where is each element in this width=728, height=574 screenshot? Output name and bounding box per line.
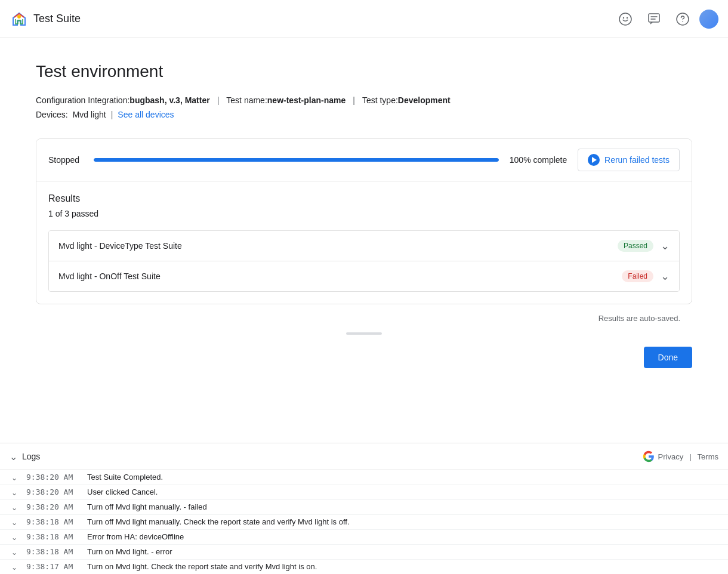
- devices-value: Mvd light: [73, 110, 106, 119]
- chat-icon: [647, 12, 661, 26]
- test-name-1: Mvd light - DeviceType Test Suite: [58, 241, 618, 251]
- log-time: 9:38:17 AM: [26, 562, 80, 571]
- log-time: 9:38:20 AM: [26, 502, 80, 511]
- log-entry: ⌄ 9:38:18 AM Turn on Mvd light. - error: [0, 545, 728, 560]
- log-entry: ⌄ 9:38:20 AM Test Suite Completed.: [0, 470, 728, 485]
- terms-link[interactable]: Terms: [698, 452, 718, 461]
- test-list: Mvd light - DeviceType Test Suite Passed…: [48, 230, 680, 292]
- devices-sep: |: [111, 110, 113, 119]
- see-all-devices-link[interactable]: See all devices: [118, 110, 174, 119]
- log-time: 9:38:18 AM: [26, 532, 80, 541]
- log-time: 9:38:20 AM: [26, 487, 80, 496]
- config-row: Configuration Integration: bugbash, v.3,…: [36, 95, 692, 105]
- svg-point-3: [627, 17, 628, 18]
- drag-handle[interactable]: [346, 332, 382, 335]
- app-name: Test Suite: [33, 13, 81, 25]
- play-icon: [588, 154, 600, 166]
- devices-row: Devices: Mvd light | See all devices: [36, 110, 692, 119]
- log-expand-button[interactable]: ⌄: [10, 487, 19, 497]
- log-expand-button[interactable]: ⌄: [10, 532, 19, 542]
- log-time: 9:38:20 AM: [26, 473, 80, 482]
- logs-title: Logs: [22, 452, 40, 461]
- progress-bar-row: Stopped 100% complete Rerun failed tests: [36, 139, 692, 181]
- help-icon: [675, 12, 690, 26]
- avatar[interactable]: [699, 10, 718, 29]
- feedback-button[interactable]: [613, 7, 637, 31]
- test-row[interactable]: Mvd light - OnOff Test Suite Failed ⌄: [49, 261, 679, 291]
- app-logo[interactable]: Test Suite: [10, 10, 81, 29]
- logs-toggle-button[interactable]: ⌄: [10, 451, 17, 462]
- svg-point-2: [623, 17, 624, 18]
- log-expand-button[interactable]: ⌄: [10, 473, 19, 482]
- log-message: Turn on Mvd light. Check the report stat…: [87, 562, 718, 571]
- svg-point-8: [682, 21, 683, 22]
- app-header: Test Suite: [0, 0, 728, 38]
- test-type-label: Test type:: [362, 95, 398, 105]
- test-name-2: Mvd light - OnOff Test Suite: [58, 271, 622, 281]
- log-expand-button[interactable]: ⌄: [10, 562, 19, 572]
- test-type-value: Development: [398, 95, 451, 105]
- log-entry: ⌄ 9:38:18 AM Turn off Mvd light manually…: [0, 515, 728, 530]
- results-title: Results: [48, 193, 680, 204]
- rerun-label: Rerun failed tests: [604, 155, 670, 165]
- config-sep-1: |: [217, 95, 220, 105]
- results-section: Results 1 of 3 passed Mvd light - Device…: [36, 181, 692, 292]
- google-logo-icon: [643, 450, 655, 462]
- done-button[interactable]: Done: [644, 347, 692, 368]
- play-triangle: [592, 157, 597, 163]
- chat-button[interactable]: [642, 7, 666, 31]
- log-time: 9:38:18 AM: [26, 517, 80, 526]
- logs-right: Privacy | Terms: [643, 450, 718, 462]
- footer-sep: |: [689, 452, 691, 461]
- rerun-failed-tests-button[interactable]: Rerun failed tests: [578, 149, 680, 171]
- header-actions: [613, 7, 718, 31]
- log-message: Turn off Mvd light manually. Check the r…: [87, 517, 718, 526]
- main-content: Test environment Configuration Integrati…: [0, 38, 728, 443]
- test-name-label: Test name:: [226, 95, 267, 105]
- privacy-link[interactable]: Privacy: [658, 452, 684, 461]
- svg-point-1: [619, 13, 631, 25]
- status-badge-failed: Failed: [622, 270, 653, 282]
- log-expand-button[interactable]: ⌄: [10, 517, 19, 527]
- logs-header: ⌄ Logs Privacy | Terms: [0, 443, 728, 470]
- logs-left: ⌄ Logs: [10, 451, 40, 462]
- log-expand-button[interactable]: ⌄: [10, 502, 19, 512]
- progress-percent: 100% complete: [508, 155, 568, 165]
- results-summary: 1 of 3 passed: [48, 209, 680, 218]
- progress-track: [94, 158, 499, 162]
- divider-section: [36, 328, 692, 340]
- status-badge-passed: Passed: [618, 240, 653, 252]
- log-message: Turn off Mvd light manually. - failed: [87, 502, 718, 511]
- svg-point-0: [17, 15, 21, 18]
- log-message: Test Suite Completed.: [87, 473, 718, 482]
- log-entry: ⌄ 9:38:18 AM Error from HA: deviceOfflin…: [0, 530, 728, 545]
- integration-label: Integration:: [88, 95, 129, 105]
- log-entry: ⌄ 9:38:20 AM User clicked Cancel.: [0, 485, 728, 500]
- logo-icon: [10, 10, 29, 29]
- test-name-value: new-test-plan-name: [267, 95, 346, 105]
- chevron-down-icon-1: ⌄: [661, 239, 670, 252]
- progress-fill: [94, 158, 499, 162]
- help-button[interactable]: [671, 7, 695, 31]
- feedback-icon: [618, 12, 633, 26]
- svg-rect-4: [649, 14, 659, 22]
- progress-status: Stopped: [48, 155, 84, 165]
- config-label: Configuration: [36, 95, 85, 105]
- progress-card: Stopped 100% complete Rerun failed tests…: [36, 138, 692, 304]
- config-sep-2: |: [353, 95, 355, 105]
- log-entry: ⌄ 9:38:17 AM Turn on Mvd light. Check th…: [0, 560, 728, 574]
- integration-value: bugbash, v.3, Matter: [129, 95, 209, 105]
- logs-panel: ⌄ Logs Privacy | Terms ⌄ 9:38:20 AM Test…: [0, 443, 728, 574]
- log-message: User clicked Cancel.: [87, 487, 718, 496]
- log-message: Turn on Mvd light. - error: [87, 547, 718, 556]
- chevron-down-icon-2: ⌄: [661, 270, 670, 283]
- auto-saved-text: Results are auto-saved.: [36, 309, 692, 328]
- log-expand-button[interactable]: ⌄: [10, 547, 19, 557]
- log-entry: ⌄ 9:38:20 AM Turn off Mvd light manually…: [0, 500, 728, 515]
- test-row[interactable]: Mvd light - DeviceType Test Suite Passed…: [49, 231, 679, 261]
- log-message: Error from HA: deviceOffline: [87, 532, 718, 541]
- devices-label: Devices:: [36, 110, 68, 119]
- log-entries: ⌄ 9:38:20 AM Test Suite Completed. ⌄ 9:3…: [0, 470, 728, 574]
- log-time: 9:38:18 AM: [26, 547, 80, 556]
- done-area: Done: [36, 340, 692, 380]
